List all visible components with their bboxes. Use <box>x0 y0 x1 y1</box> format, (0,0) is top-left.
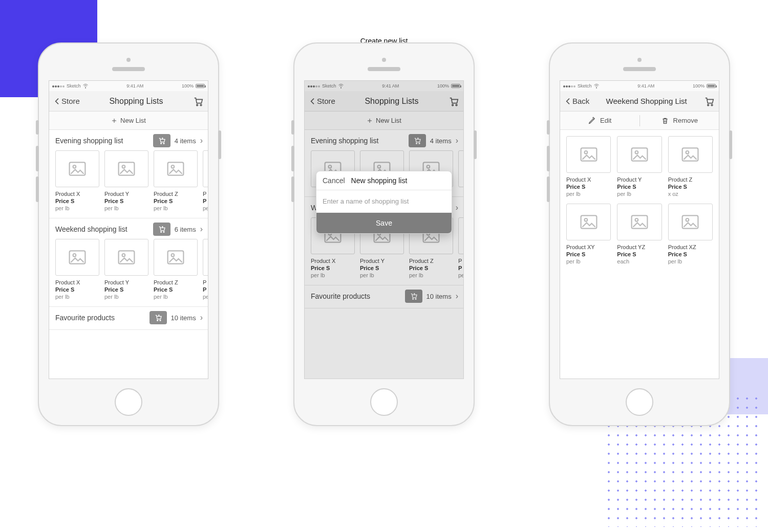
product-price: Price S <box>566 183 611 190</box>
phone-camera-dot <box>126 58 131 62</box>
product-meta: Product XPrice Sper lb <box>566 176 611 197</box>
svg-point-50 <box>596 88 596 88</box>
signal-dots-icon <box>563 83 576 88</box>
dialog-save-button[interactable]: Save <box>316 213 452 233</box>
home-button[interactable] <box>626 388 653 416</box>
svg-point-52 <box>711 104 713 105</box>
product-name: Product Y <box>617 176 662 183</box>
product-card[interactable]: Product YPrice Sper lb <box>104 239 148 300</box>
product-unit: per lb <box>566 190 611 197</box>
cart-icon <box>193 96 204 107</box>
image-placeholder-icon <box>631 215 648 229</box>
product-price: Price S <box>154 286 198 293</box>
item-count-label: 10 items <box>171 314 196 322</box>
svg-point-51 <box>708 104 709 105</box>
phones-row: Sketch 9:41 AM 100% Store Shopping Lists <box>38 42 730 435</box>
battery-icon <box>196 84 205 88</box>
product-card[interactable]: Product XZPrice Sper lb <box>668 204 713 265</box>
svg-point-62 <box>635 218 638 221</box>
svg-point-18 <box>122 254 125 257</box>
phone-volume-up <box>547 146 550 171</box>
product-card[interactable]: Product XPrice Sper lb <box>566 136 611 197</box>
product-card[interactable]: Product ZPrice Sx oz <box>668 136 713 197</box>
add-to-cart-icon <box>154 314 163 322</box>
dialog-cancel-button[interactable]: Cancel <box>323 176 345 185</box>
clock-label: 9:41 AM <box>126 83 143 88</box>
image-placeholder-icon <box>69 250 86 264</box>
add-all-to-cart-button[interactable] <box>153 134 170 147</box>
product-row[interactable]: Product XPrice Sper lbProduct YPrice Spe… <box>49 150 208 216</box>
dialog-title: New shopping list <box>351 176 408 185</box>
svg-point-23 <box>157 320 158 321</box>
product-price: Price S <box>55 286 99 293</box>
remove-button[interactable]: Remove <box>640 117 719 125</box>
product-price: Price S <box>104 286 148 293</box>
product-thumb <box>104 150 148 187</box>
home-button[interactable] <box>115 388 142 416</box>
phone-mute-switch <box>547 120 550 135</box>
product-card[interactable]: Product ZPrice Sper lb <box>154 239 198 300</box>
phone-volume-down <box>547 176 550 202</box>
product-card[interactable]: Product XPrice Sper lb <box>55 239 99 300</box>
chevron-right-icon: › <box>200 225 203 234</box>
phone-camera-dot <box>637 58 642 62</box>
list-section: Favourite products10 items› <box>49 307 208 330</box>
product-unit: x oz <box>668 190 713 197</box>
section-header[interactable]: Favourite products10 items› <box>49 307 208 327</box>
back-button[interactable]: Back <box>564 97 589 105</box>
product-meta: PPpe <box>203 279 208 300</box>
new-list-button[interactable]: New List <box>49 112 208 130</box>
clock-label: 9:41 AM <box>637 83 654 88</box>
phone-volume-down <box>291 176 294 202</box>
product-meta: Product XPrice Sper lb <box>55 279 99 300</box>
remove-label: Remove <box>673 117 698 124</box>
phone-lists-dialog: Sketch 9:41 AM 100% Store Shopping Lists <box>293 42 475 426</box>
image-placeholder-icon <box>580 215 598 229</box>
image-placeholder-icon <box>167 162 184 176</box>
list-section: Weekend shopping list6 items›Product XPr… <box>49 218 208 307</box>
phone-power-button <box>474 130 477 159</box>
product-card[interactable]: PPpe <box>203 239 208 300</box>
cart-button[interactable] <box>193 96 204 107</box>
edit-button[interactable]: Edit <box>560 117 639 125</box>
cart-button[interactable] <box>703 96 715 107</box>
phone-volume-up <box>36 146 39 171</box>
product-card[interactable]: Product YPrice Sper lb <box>617 136 662 197</box>
home-button[interactable] <box>370 388 398 416</box>
add-all-to-cart-button[interactable] <box>150 311 167 324</box>
product-unit: pe <box>203 205 208 212</box>
section-title: Evening shopping list <box>55 137 123 145</box>
product-card[interactable]: PPpe <box>203 150 208 212</box>
product-price: Price S <box>668 183 713 190</box>
chevron-left-icon <box>53 97 61 105</box>
product-price: Price S <box>154 197 198 205</box>
section-header[interactable]: Evening shopping list4 items› <box>49 130 208 150</box>
svg-point-16 <box>73 254 76 257</box>
status-bar: Sketch 9:41 AM 100% <box>560 81 719 91</box>
list-name-input[interactable]: Enter a name of shopping list <box>316 190 452 213</box>
section-header[interactable]: Weekend shopping list6 items› <box>49 218 208 239</box>
product-unit: per lb <box>668 258 713 265</box>
product-card[interactable]: Product XPrice Sper lb <box>55 150 99 212</box>
product-card[interactable]: Product YPrice Sper lb <box>104 150 148 212</box>
product-meta: Product ZPrice Sper lb <box>154 190 198 212</box>
product-card[interactable]: Product XYPrice Sper lb <box>566 204 611 265</box>
product-card[interactable]: Product ZPrice Sper lb <box>154 150 198 212</box>
section-title: Favourite products <box>55 314 115 322</box>
back-button[interactable]: Store <box>53 97 80 105</box>
add-all-to-cart-button[interactable] <box>153 223 170 236</box>
phone-mute-switch <box>291 120 294 135</box>
product-name: Product Y <box>104 190 148 197</box>
product-thumb <box>566 204 611 240</box>
product-row[interactable]: Product XPrice Sper lbProduct YPrice Spe… <box>49 239 208 304</box>
product-name: Product Z <box>668 176 713 183</box>
image-placeholder-icon <box>118 250 135 264</box>
product-unit: per lb <box>55 293 99 300</box>
svg-point-3 <box>160 143 161 144</box>
product-card[interactable]: Product YZPrice Seach <box>617 204 662 265</box>
chevron-right-icon: › <box>200 313 203 322</box>
product-meta: Product YPrice Sper lb <box>104 279 148 300</box>
phone-camera-dot <box>382 58 386 62</box>
chevron-left-icon <box>564 97 572 105</box>
product-price: Price S <box>617 183 662 190</box>
